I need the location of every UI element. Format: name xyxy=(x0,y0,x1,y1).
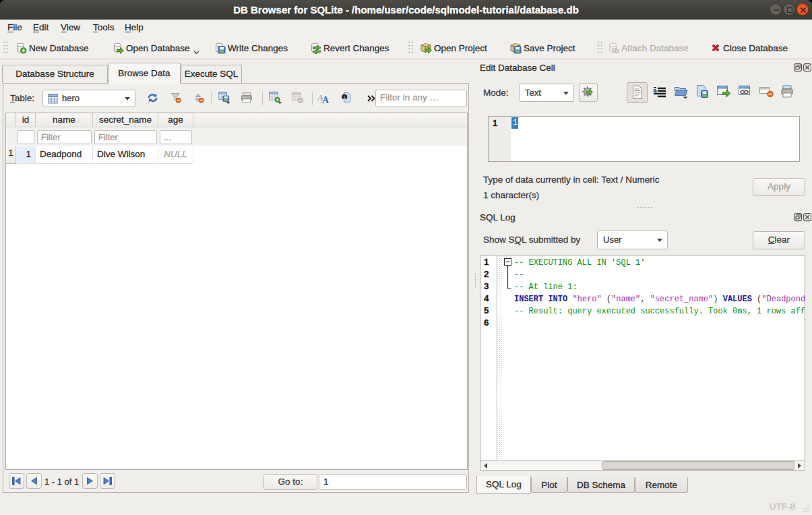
svg-text:A: A xyxy=(322,95,330,105)
